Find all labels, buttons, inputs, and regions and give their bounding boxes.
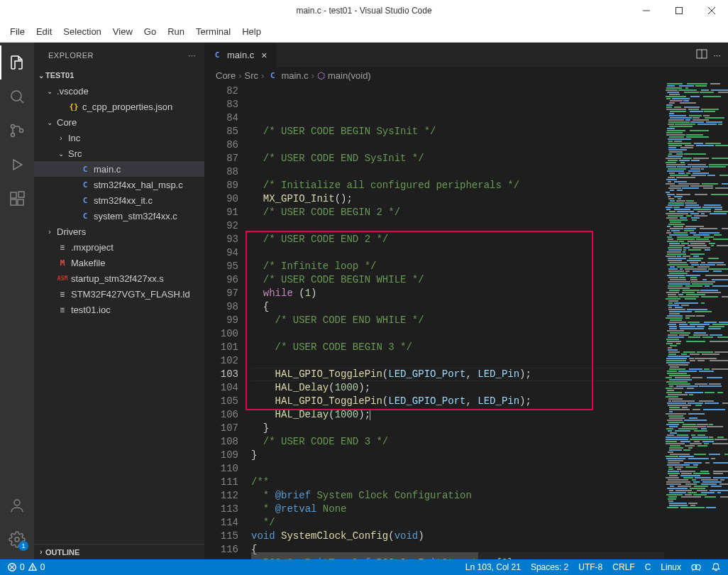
editor-body[interactable]: 8283848586878889909192939495969798991001… bbox=[204, 83, 728, 559]
folder-vscode[interactable]: ⌄.vscode bbox=[34, 83, 204, 99]
status-bell-icon[interactable] bbox=[711, 562, 721, 572]
status-spaces[interactable]: Spaces: 2 bbox=[531, 562, 568, 572]
window-title: main.c - test01 - Visual Studio Code bbox=[296, 6, 431, 16]
svg-point-4 bbox=[11, 91, 21, 101]
settings-badge: 1 bbox=[18, 541, 28, 551]
outline-section[interactable]: ›OUTLINE bbox=[34, 544, 204, 559]
line-gutter: 8283848586878889909192939495969798991001… bbox=[204, 83, 251, 559]
svg-rect-1 bbox=[676, 8, 683, 14]
status-encoding[interactable]: UTF-8 bbox=[578, 562, 602, 572]
accounts-icon[interactable] bbox=[0, 488, 34, 522]
status-errors[interactable]: 0 0 bbox=[7, 562, 45, 572]
menu-run[interactable]: Run bbox=[162, 21, 190, 42]
folder-inc[interactable]: ›Inc bbox=[34, 130, 204, 146]
menu-go[interactable]: Go bbox=[138, 21, 162, 42]
minimap[interactable] bbox=[664, 83, 728, 559]
breadcrumb[interactable]: Core› Src› Cmain.c› ⬡main(void) bbox=[204, 67, 728, 83]
svg-line-5 bbox=[20, 99, 23, 103]
editor-group: C main.c × ··· Core› Src› Cmain.c› ⬡main… bbox=[204, 43, 728, 559]
titlebar: main.c - test01 - Visual Studio Code bbox=[0, 0, 728, 21]
run-debug-icon[interactable] bbox=[0, 148, 34, 182]
close-tab-icon[interactable]: × bbox=[258, 50, 270, 61]
tabs-bar: C main.c × ··· bbox=[204, 43, 728, 67]
file-halmsp[interactable]: Cstm32f4xx_hal_msp.c bbox=[34, 177, 204, 192]
folder-drivers[interactable]: ›Drivers bbox=[34, 224, 204, 239]
split-editor-icon[interactable] bbox=[696, 48, 707, 62]
maximize-button[interactable] bbox=[663, 0, 695, 21]
horizontal-scrollbar[interactable] bbox=[251, 552, 664, 559]
file-makefile[interactable]: MMakefile bbox=[34, 255, 204, 270]
sidebar: EXPLORER ··· ⌄TEST01 ⌄.vscode {}c_cpp_pr… bbox=[34, 43, 204, 559]
project-header[interactable]: ⌄TEST01 bbox=[34, 67, 204, 83]
svg-point-22 bbox=[32, 569, 33, 569]
svg-rect-10 bbox=[11, 192, 16, 198]
status-eol[interactable]: CRLF bbox=[612, 562, 634, 572]
svg-rect-12 bbox=[18, 199, 23, 205]
status-language[interactable]: C bbox=[645, 562, 651, 572]
search-icon[interactable] bbox=[0, 80, 34, 114]
svg-rect-11 bbox=[11, 199, 16, 205]
more-actions-icon[interactable]: ··· bbox=[188, 51, 196, 60]
extensions-icon[interactable] bbox=[0, 182, 34, 216]
folder-src[interactable]: ⌄Src bbox=[34, 146, 204, 161]
svg-point-24 bbox=[695, 565, 700, 570]
menu-edit[interactable]: Edit bbox=[31, 21, 57, 42]
explorer-icon[interactable] bbox=[0, 45, 34, 80]
minimize-button[interactable] bbox=[630, 0, 663, 21]
svg-rect-13 bbox=[18, 192, 24, 197]
code-area[interactable]: /* USER CODE BEGIN SysInit */ /* USER CO… bbox=[251, 83, 664, 559]
svg-marker-9 bbox=[13, 160, 22, 170]
menu-selection[interactable]: Selection bbox=[57, 21, 106, 42]
editor-more-icon[interactable]: ··· bbox=[713, 50, 721, 60]
svg-point-7 bbox=[11, 133, 15, 137]
file-it[interactable]: Cstm32f4xx_it.c bbox=[34, 192, 204, 208]
file-main-c[interactable]: Cmain.c bbox=[34, 161, 204, 177]
file-startup[interactable]: ASMstartup_stm32f427xx.s bbox=[34, 270, 204, 286]
file-cprops[interactable]: {}c_cpp_properties.json bbox=[34, 99, 204, 114]
tab-label: main.c bbox=[227, 50, 254, 60]
menu-file[interactable]: File bbox=[4, 21, 31, 42]
menu-help[interactable]: Help bbox=[236, 21, 267, 42]
svg-point-15 bbox=[15, 537, 19, 542]
c-file-icon: C bbox=[211, 50, 223, 60]
file-system[interactable]: Csystem_stm32f4xx.c bbox=[34, 208, 204, 224]
statusbar: 0 0 Ln 103, Col 21 Spaces: 2 UTF-8 CRLF … bbox=[0, 559, 728, 575]
explorer-tree[interactable]: ⌄TEST01 ⌄.vscode {}c_cpp_properties.json… bbox=[34, 67, 204, 544]
sidebar-title: EXPLORER bbox=[48, 51, 94, 60]
close-button[interactable] bbox=[695, 0, 728, 21]
menu-view[interactable]: View bbox=[107, 21, 138, 42]
menu-terminal[interactable]: Terminal bbox=[190, 21, 236, 42]
svg-point-6 bbox=[11, 125, 15, 128]
status-feedback-icon[interactable] bbox=[691, 562, 701, 572]
activity-bar: 1 bbox=[0, 43, 34, 559]
status-os[interactable]: Linux bbox=[661, 562, 681, 572]
file-mxproject[interactable]: ≡.mxproject bbox=[34, 239, 204, 255]
file-ioc[interactable]: ≡test01.ioc bbox=[34, 302, 204, 317]
file-flashld[interactable]: ≡STM32F427VGTx_FLASH.ld bbox=[34, 286, 204, 302]
settings-gear-icon[interactable]: 1 bbox=[0, 522, 34, 557]
status-position[interactable]: Ln 103, Col 21 bbox=[465, 562, 521, 572]
svg-point-14 bbox=[14, 500, 20, 505]
tab-main-c[interactable]: C main.c × bbox=[204, 43, 277, 67]
folder-core[interactable]: ⌄Core bbox=[34, 114, 204, 130]
svg-point-8 bbox=[20, 129, 23, 133]
source-control-icon[interactable] bbox=[0, 114, 34, 148]
menubar: File Edit Selection View Go Run Terminal… bbox=[0, 21, 728, 43]
